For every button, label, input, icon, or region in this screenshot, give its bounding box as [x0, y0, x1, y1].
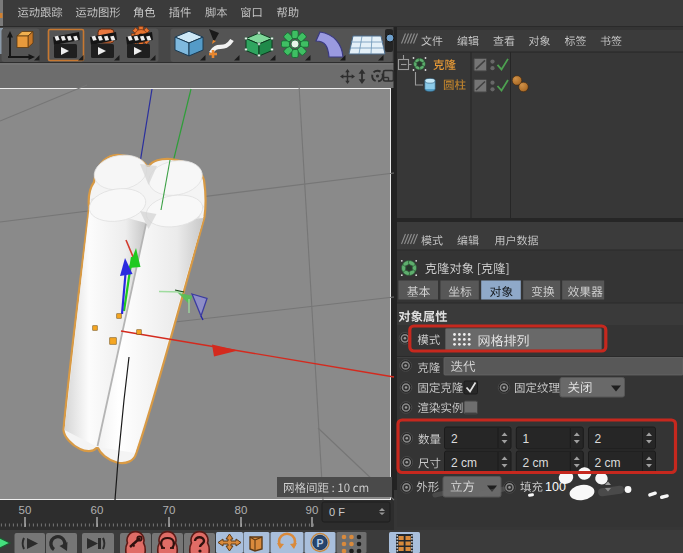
svg-text:50: 50	[19, 504, 32, 516]
svg-text:2 cm: 2 cm	[523, 456, 549, 470]
svg-text:P: P	[316, 537, 323, 549]
svg-text:2: 2	[595, 432, 602, 446]
svg-text:0 F: 0 F	[329, 506, 345, 518]
svg-text:1: 1	[523, 432, 530, 446]
svg-text:70: 70	[163, 504, 176, 516]
svg-text:2 cm: 2 cm	[451, 456, 477, 470]
svg-text:2: 2	[451, 432, 458, 446]
svg-text:90: 90	[306, 504, 319, 516]
svg-text:60: 60	[91, 504, 104, 516]
svg-text:80: 80	[235, 504, 248, 516]
svg-text:2 cm: 2 cm	[595, 456, 621, 470]
